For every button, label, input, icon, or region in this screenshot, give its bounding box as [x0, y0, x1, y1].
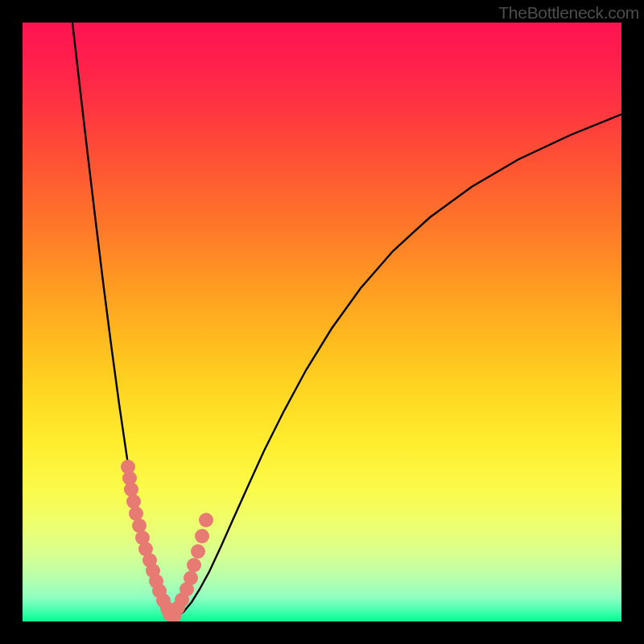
- bead-marker: [187, 558, 201, 572]
- bead-marker: [184, 571, 198, 585]
- watermark-text: TheBottleneck.com: [498, 3, 639, 23]
- bead-marker: [199, 513, 213, 527]
- bead-cluster-left: [121, 460, 175, 616]
- curve-layer: [23, 23, 621, 621]
- chart-frame: TheBottleneck.com: [0, 0, 644, 644]
- plot-area: [23, 23, 621, 621]
- bead-marker: [126, 494, 141, 509]
- bead-marker: [124, 482, 138, 497]
- bead-marker: [195, 529, 209, 543]
- bottleneck-curve: [72, 23, 621, 617]
- bead-marker: [191, 544, 205, 559]
